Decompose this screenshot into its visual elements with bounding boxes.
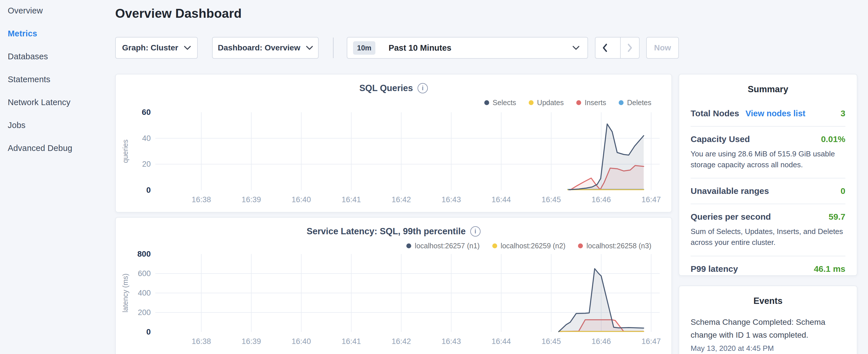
events-panel: Events Schema Change Completed: Schema c…: [679, 286, 858, 354]
summary-row-p99-latency: P99 latency 46.1 ms: [691, 256, 845, 282]
previous-time-button[interactable]: [595, 37, 614, 58]
svg-text:400: 400: [138, 289, 151, 297]
summary-row-queries-per-second: Queries per second 59.7 Sum of Selects, …: [691, 204, 845, 255]
chevron-right-icon: [627, 43, 633, 53]
summary-row-label: P99 latency: [691, 264, 738, 274]
svg-text:16:39: 16:39: [242, 337, 261, 346]
svg-text:16:47: 16:47: [642, 337, 661, 346]
svg-text:16:46: 16:46: [591, 337, 611, 346]
svg-text:0: 0: [146, 186, 151, 194]
time-range-badge: 10m: [353, 41, 375, 55]
summary-row-capacity-used: Capacity Used 0.01% You are using 28.6 M…: [691, 126, 845, 178]
sidebar-item-metrics[interactable]: Metrics: [8, 29, 72, 38]
graph-dropdown-label: Graph: Cluster: [122, 43, 178, 53]
summary-row-value: 59.7: [829, 212, 845, 222]
summary-row-label: Capacity Used: [691, 134, 750, 144]
sidebar-item-overview[interactable]: Overview: [8, 6, 72, 15]
summary-row-unavailable-ranges: Unavailable ranges 0: [691, 178, 845, 204]
sidebar-item-databases[interactable]: Databases: [8, 52, 72, 61]
now-button[interactable]: Now: [646, 37, 679, 59]
sql-queries-chart[interactable]: 16:3816:3916:4016:4116:4216:4316:4416:45…: [116, 74, 673, 213]
dashboard-dropdown-label: Dashboard: Overview: [218, 43, 300, 53]
summary-panel: Summary Total Nodes View nodes list 3 Ca…: [679, 74, 858, 276]
svg-text:16:39: 16:39: [242, 195, 261, 204]
time-range-label: Past 10 Minutes: [389, 43, 567, 53]
summary-row-label: Queries per second: [691, 212, 771, 222]
svg-text:16:46: 16:46: [591, 195, 611, 204]
svg-text:16:42: 16:42: [392, 337, 411, 346]
svg-text:16:43: 16:43: [442, 337, 461, 346]
chevron-down-icon: [184, 46, 191, 50]
summary-row-value: 3: [840, 108, 845, 118]
event-message: Schema Change Completed: Schema change w…: [691, 316, 845, 342]
summary-title: Summary: [691, 84, 845, 95]
sidebar-item-advanced-debug[interactable]: Advanced Debug: [8, 143, 72, 153]
sidebar-item-jobs[interactable]: Jobs: [8, 121, 72, 130]
db-console-page: Overview Metrics Databases Statements Ne…: [0, 0, 868, 354]
svg-text:40: 40: [142, 134, 151, 142]
svg-text:16:45: 16:45: [541, 195, 561, 204]
svg-text:16:44: 16:44: [492, 337, 511, 346]
summary-row-total-nodes: Total Nodes View nodes list 3: [691, 101, 845, 126]
summary-row-value: 0.01%: [821, 134, 845, 144]
svg-text:16:45: 16:45: [541, 337, 561, 346]
svg-text:16:38: 16:38: [192, 195, 211, 204]
summary-row-value: 46.1 ms: [814, 264, 845, 274]
svg-text:0: 0: [146, 327, 151, 336]
summary-row-description: You are using 28.6 MiB of 515.9 GiB usab…: [691, 149, 845, 170]
controls-divider: [333, 37, 334, 58]
svg-text:16:42: 16:42: [392, 195, 411, 204]
dashboard-dropdown[interactable]: Dashboard: Overview: [212, 37, 319, 59]
summary-row-label: Unavailable ranges: [691, 186, 769, 196]
svg-text:600: 600: [138, 269, 151, 278]
page-title: Overview Dashboard: [115, 6, 242, 21]
service-latency-chart[interactable]: 16:3816:3916:4016:4116:4216:4316:4416:45…: [116, 218, 673, 354]
event-timestamp: May 13, 2020 at 4:45 PM: [691, 344, 845, 353]
event-list-item[interactable]: Schema Change Completed: Schema change w…: [691, 316, 845, 353]
events-title: Events: [691, 296, 845, 306]
graph-dropdown[interactable]: Graph: Cluster: [115, 37, 198, 59]
summary-row-value: 0: [840, 186, 845, 196]
svg-text:16:41: 16:41: [342, 337, 361, 346]
svg-text:800: 800: [137, 250, 151, 258]
sql-queries-chart-card: SQL Queries SelectsUpdatesInsertsDeletes…: [115, 74, 672, 213]
svg-text:16:44: 16:44: [492, 195, 511, 204]
svg-text:16:47: 16:47: [642, 195, 661, 204]
svg-text:16:41: 16:41: [342, 195, 361, 204]
svg-text:16:43: 16:43: [442, 195, 461, 204]
summary-row-label: Total Nodes: [691, 108, 739, 118]
chevron-left-icon: [602, 43, 608, 53]
chevron-down-icon: [572, 46, 580, 50]
svg-text:16:40: 16:40: [292, 337, 311, 346]
svg-text:60: 60: [142, 108, 151, 117]
svg-text:latency (ms): latency (ms): [121, 273, 129, 313]
svg-text:20: 20: [142, 160, 151, 168]
time-range-selector[interactable]: 10m Past 10 Minutes: [347, 37, 588, 59]
summary-row-description: Sum of Selects, Updates, Inserts, and De…: [691, 226, 845, 248]
sidebar-item-network-latency[interactable]: Network Latency: [8, 98, 72, 107]
next-time-button[interactable]: [620, 37, 639, 58]
svg-text:16:40: 16:40: [292, 195, 311, 204]
service-latency-chart-card: Service Latency: SQL, 99th percentile lo…: [115, 217, 672, 354]
svg-text:200: 200: [138, 308, 151, 317]
chevron-down-icon: [306, 46, 313, 50]
sidebar-nav: Overview Metrics Databases Statements Ne…: [8, 6, 72, 153]
svg-text:16:38: 16:38: [192, 337, 211, 346]
sidebar-item-statements[interactable]: Statements: [8, 75, 72, 84]
now-button-label: Now: [654, 43, 671, 53]
svg-text:queries: queries: [121, 139, 129, 163]
view-nodes-list-link[interactable]: View nodes list: [745, 109, 805, 118]
time-step-buttons: [595, 37, 640, 59]
